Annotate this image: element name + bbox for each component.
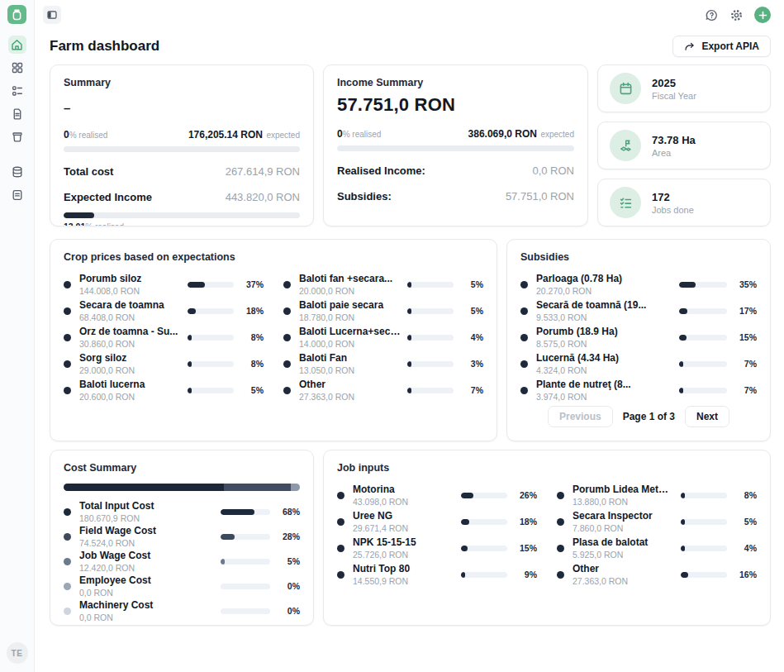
export-share-icon (684, 41, 695, 52)
subsidy-item: Lucernă (4.34 Ha)4.324,0 RON 7% (520, 350, 757, 377)
sidebar-item-dashboard[interactable] (8, 59, 26, 77)
crop-item: Secara de toamna68.408,0 RON 18% (64, 298, 264, 324)
income-progress-fill (64, 212, 94, 218)
item-bar (461, 546, 507, 551)
crop-prices-card: Crop prices based on expectations Porumb… (50, 239, 497, 441)
item-bar (461, 493, 507, 498)
item-percent: 5% (454, 306, 483, 316)
item-percent: 0% (270, 581, 300, 591)
bullet-dot (520, 281, 528, 288)
jobs-done-card: 172 Jobs done (597, 179, 771, 226)
sidebar-item-database[interactable] (8, 163, 26, 181)
storage-box-icon (11, 131, 24, 144)
item-bar (681, 493, 727, 498)
item-percent: 5% (727, 517, 757, 527)
bullet-dot (520, 334, 528, 341)
summary-value: – (64, 101, 300, 115)
topbar-actions (705, 7, 771, 23)
income-summary-progress-track (337, 145, 574, 151)
item-percent: 7% (454, 385, 483, 395)
item-bar (679, 308, 727, 314)
bullet-dot (64, 334, 71, 341)
app-logo-jar-icon[interactable] (7, 5, 26, 24)
export-apia-button[interactable]: Export APIA (672, 36, 771, 57)
bullet-dot (520, 360, 528, 368)
area-label: Area (652, 148, 696, 158)
job-input-item: Other27.363,0 RON 16% (557, 561, 757, 588)
bullet-dot (283, 387, 291, 394)
cost-stacked-bar (64, 484, 300, 491)
next-button[interactable]: Next (685, 406, 729, 427)
job-input-item: Uree NG29.671,4 RON 18% (337, 508, 537, 535)
bullet-dot (520, 387, 528, 394)
item-percent: 3% (454, 359, 483, 369)
expected-value: 386.069,0 RON (468, 128, 537, 140)
cost-list: Total Input Cost180.670,9 RON 68% Field … (64, 499, 300, 623)
item-percent: 5% (454, 279, 483, 289)
income-summary-value: 57.751,0 RON (337, 94, 574, 116)
user-avatar[interactable]: TE (7, 642, 28, 664)
sidebar-item-home[interactable] (8, 36, 26, 54)
item-percent: 68% (270, 507, 300, 517)
sidebar-nav (8, 36, 26, 204)
panel-toggle-button[interactable] (43, 6, 61, 24)
item-bar (681, 546, 727, 551)
bullet-dot (337, 492, 344, 499)
bullet-dot (557, 571, 564, 579)
item-bar (221, 608, 270, 614)
stacked-segment (291, 484, 300, 491)
bullet-dot (283, 281, 291, 288)
job-inputs-right-column: Porumb Lidea Method13.880,0 RON 8% Secar… (557, 482, 757, 588)
item-percent: 15% (507, 543, 537, 553)
add-button[interactable] (754, 7, 771, 23)
job-input-item: Motorina43.098,0 RON 26% (337, 482, 537, 508)
settings-button[interactable] (729, 8, 744, 22)
bullet-dot (283, 334, 291, 341)
item-bar (461, 519, 507, 525)
item-percent: 8% (234, 359, 264, 369)
stacked-segment (64, 484, 224, 491)
crop-item: Sorg siloz29.000,0 RON 8% (64, 350, 264, 377)
sidebar-item-tasks[interactable] (8, 82, 26, 100)
cost-item: Employee Cost0,0 RON 0% (64, 574, 300, 598)
area-card: 73.78 Ha Area (597, 122, 771, 169)
crop-prices-title: Crop prices based on expectations (64, 251, 483, 263)
item-percent: 5% (270, 556, 300, 566)
document-icon (11, 107, 24, 121)
sidebar-item-storage[interactable] (8, 128, 26, 146)
item-bar (681, 519, 727, 525)
summary-meter-labels: 0% realised 176,205.14 RON expected (64, 126, 300, 141)
bullet-dot (64, 281, 71, 288)
job-inputs-title: Job inputs (337, 462, 757, 474)
item-percent: 15% (727, 332, 757, 342)
app-window: TE (0, 0, 784, 672)
item-bar (407, 308, 454, 314)
item-percent: 0% (270, 606, 300, 616)
expected-suffix: expected (266, 131, 300, 140)
page-indicator: Page 1 of 3 (623, 411, 675, 422)
subsidy-item: Secară de toamnă (19...9.533,0 RON 17% (520, 298, 757, 324)
crop-item: Baloti Fan13.050,0 RON 3% (283, 350, 483, 377)
help-button[interactable] (705, 8, 719, 22)
fiscal-year-value: 2025 (652, 77, 696, 89)
item-bar (681, 572, 727, 578)
bullet-dot (557, 492, 564, 499)
subsidies-value: 57.751,0 RON (506, 190, 574, 203)
cost-summary-title: Cost Summary (64, 462, 300, 474)
bullet-dot (64, 608, 71, 615)
subsidies-row: Subsidies: 57.751,0 RON (337, 190, 574, 203)
sidebar-item-archive[interactable] (8, 186, 26, 204)
subsidy-item: Parloaga (0.78 Ha)20.270,0 RON 35% (520, 271, 757, 298)
cost-item: Job Wage Cost12.420,0 RON 5% (64, 549, 300, 574)
settings-gear-icon (729, 8, 744, 22)
subsidies-list: Parloaga (0.78 Ha)20.270,0 RON 35% Secar… (520, 271, 757, 403)
job-inputs-card: Job inputs Motorina43.098,0 RON 26% (323, 450, 771, 626)
home-icon (10, 38, 24, 52)
sidebar-item-documents[interactable] (8, 105, 26, 123)
item-bar (679, 335, 727, 341)
expected-income-label: Expected Income (64, 191, 152, 203)
crop-prices-right-column: Baloti fan +secara...20.000,0 RON 5% Bal… (283, 271, 483, 403)
plus-icon (758, 11, 767, 20)
previous-button[interactable]: Previous (548, 406, 613, 427)
item-percent: 26% (507, 490, 537, 500)
